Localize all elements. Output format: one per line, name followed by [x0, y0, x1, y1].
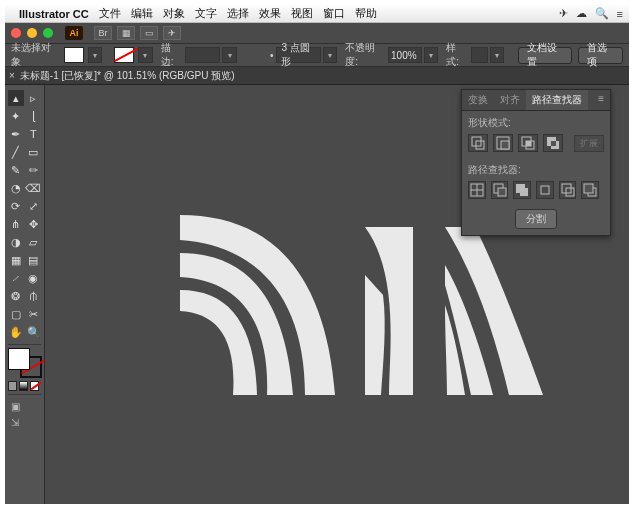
pen-tool[interactable]: ✒: [8, 126, 24, 142]
menu-window[interactable]: 窗口: [323, 6, 345, 21]
rectangle-tool[interactable]: ▭: [26, 144, 42, 160]
brush-dd[interactable]: ▾: [323, 47, 338, 63]
svg-rect-19: [566, 188, 574, 196]
fill-dropdown[interactable]: ▾: [88, 47, 103, 63]
crop-button[interactable]: [536, 181, 554, 199]
opacity-dd[interactable]: ▾: [424, 47, 439, 63]
svg-rect-9: [551, 141, 556, 146]
direct-selection-tool[interactable]: ▹: [26, 90, 42, 106]
lasso-tool[interactable]: ɭ: [26, 108, 42, 124]
svg-rect-1: [476, 141, 484, 149]
trim-button[interactable]: [491, 181, 509, 199]
rotate-tool[interactable]: ⟳: [8, 198, 24, 214]
expand-button: 扩展: [574, 135, 604, 152]
eraser-tool[interactable]: ⌫: [25, 180, 41, 196]
close-icon[interactable]: [11, 28, 21, 38]
eyedropper-tool[interactable]: ⟋: [8, 270, 24, 286]
line-tool[interactable]: ╱: [8, 144, 24, 160]
tab-close-icon[interactable]: ×: [9, 70, 15, 81]
free-transform-tool[interactable]: ✥: [26, 216, 42, 232]
shape-modes-label: 形状模式:: [462, 111, 610, 132]
app-name[interactable]: Illustrator CC: [19, 8, 89, 20]
document-tab[interactable]: 未标题-1 [已恢复]* @ 101.51% (RGB/GPU 预览): [20, 69, 235, 83]
bridge-button[interactable]: Br: [94, 26, 112, 40]
brush-select[interactable]: 3 点圆形: [276, 47, 320, 63]
magic-wand-tool[interactable]: ✦: [8, 108, 24, 124]
menu-help[interactable]: 帮助: [355, 6, 377, 21]
gradient-tool[interactable]: ▤: [26, 252, 42, 268]
minimize-icon[interactable]: [27, 28, 37, 38]
blob-brush-tool[interactable]: ◔: [8, 180, 23, 196]
stroke-dropdown[interactable]: ▾: [138, 47, 153, 63]
arrange-button[interactable]: ▭: [140, 26, 158, 40]
pencil-tool[interactable]: ✏: [26, 162, 42, 178]
pathfinders-label: 路径查找器:: [462, 158, 610, 179]
symbol-sprayer-tool[interactable]: ❂: [8, 288, 24, 304]
divide-button[interactable]: [468, 181, 486, 199]
stroke-weight-input[interactable]: [185, 47, 220, 63]
graph-tool[interactable]: ⫛: [26, 288, 42, 304]
selection-tool[interactable]: ▴: [8, 90, 24, 106]
opacity-label: 不透明度:: [345, 41, 383, 69]
minus-front-button[interactable]: [493, 134, 513, 152]
minus-back-button[interactable]: [581, 181, 599, 199]
stroke-swatch[interactable]: [114, 47, 134, 63]
width-tool[interactable]: ⋔: [8, 216, 24, 232]
opacity-input[interactable]: 100%: [388, 47, 422, 63]
gradient-mode[interactable]: [19, 381, 28, 391]
pathfinder-panel: 变换 对齐 路径查找器 ≡ 形状模式: 扩展 路径查找器:: [461, 89, 611, 236]
cloud-icon[interactable]: ☁: [576, 7, 587, 20]
perspective-tool[interactable]: ▱: [26, 234, 42, 250]
svg-rect-16: [520, 188, 528, 196]
slice-tool[interactable]: ✂: [26, 306, 42, 322]
style-label: 样式:: [446, 41, 466, 69]
menu-select[interactable]: 选择: [227, 6, 249, 21]
tab-align[interactable]: 对齐: [494, 90, 526, 110]
paintbrush-tool[interactable]: ✎: [8, 162, 24, 178]
menu-effect[interactable]: 效果: [259, 6, 281, 21]
tab-pathfinder[interactable]: 路径查找器: [526, 90, 588, 110]
exclude-button[interactable]: [543, 134, 563, 152]
menu-edit[interactable]: 编辑: [131, 6, 153, 21]
fill-swatch[interactable]: [64, 47, 84, 63]
menu-object[interactable]: 对象: [163, 6, 185, 21]
fill-stroke-control[interactable]: [8, 348, 42, 378]
panel-menu-icon[interactable]: ≡: [592, 90, 610, 110]
search-icon[interactable]: 🔍: [595, 7, 609, 20]
menu-icon[interactable]: ≡: [617, 8, 623, 20]
outline-button[interactable]: [559, 181, 577, 199]
scale-tool[interactable]: ⤢: [26, 198, 42, 214]
blend-tool[interactable]: ◉: [26, 270, 42, 286]
document-setup-button[interactable]: 文档设置: [518, 47, 572, 64]
edit-mode[interactable]: ⇲: [8, 416, 22, 428]
tab-transform[interactable]: 变换: [462, 90, 494, 110]
selection-status: 未选择对象: [11, 41, 56, 69]
canvas[interactable]: 变换 对齐 路径查找器 ≡ 形状模式: 扩展 路径查找器:: [45, 85, 629, 504]
style-dd[interactable]: ▾: [490, 47, 505, 63]
zoom-tool[interactable]: 🔍: [26, 324, 42, 340]
zoom-icon[interactable]: [43, 28, 53, 38]
type-tool[interactable]: T: [26, 126, 42, 142]
fill-box[interactable]: [8, 348, 30, 370]
menu-type[interactable]: 文字: [195, 6, 217, 21]
intersect-button[interactable]: [518, 134, 538, 152]
menu-file[interactable]: 文件: [99, 6, 121, 21]
unite-button[interactable]: [468, 134, 488, 152]
stroke-weight-dd[interactable]: ▾: [222, 47, 237, 63]
color-mode[interactable]: [8, 381, 17, 391]
split-button[interactable]: 分割: [515, 209, 557, 229]
preferences-button[interactable]: 首选项: [578, 47, 623, 64]
none-mode[interactable]: [30, 381, 39, 391]
plane-icon[interactable]: ✈: [559, 7, 568, 20]
shape-builder-tool[interactable]: ◑: [8, 234, 24, 250]
stroke-label: 描边:: [161, 41, 181, 69]
artboard-tool[interactable]: ▢: [8, 306, 24, 322]
style-select[interactable]: [471, 47, 488, 63]
plane-button[interactable]: ✈: [163, 26, 181, 40]
grid-button[interactable]: ▦: [117, 26, 135, 40]
hand-tool[interactable]: ✋: [8, 324, 24, 340]
mesh-tool[interactable]: ▦: [8, 252, 24, 268]
screen-mode[interactable]: ▣: [8, 400, 22, 412]
menu-view[interactable]: 视图: [291, 6, 313, 21]
merge-button[interactable]: [513, 181, 531, 199]
